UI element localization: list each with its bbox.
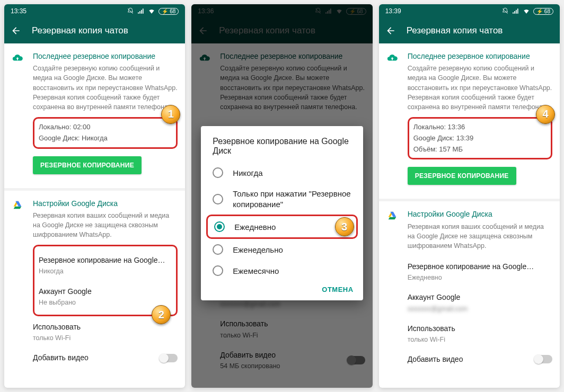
info-gdrive: Google Диск: 13:39 bbox=[413, 133, 547, 144]
screen-3: 13:39 ⚡ 68 Резервная копия чатов Последн… bbox=[379, 4, 560, 388]
appbar: Резервная копия чатов bbox=[379, 18, 560, 43]
screen-2: 13:36 ⚡ 68 Резервная копия чатов Последн… bbox=[191, 4, 372, 388]
page-title: Резервная копия чатов bbox=[407, 25, 503, 36]
option-tap-only[interactable]: Только при нажатии "Резервное копировани… bbox=[201, 183, 363, 215]
battery-pill: ⚡ 68 bbox=[158, 8, 179, 15]
dialog-title: Резервное копирование на Google Диск bbox=[201, 137, 363, 162]
last-backup-title: Последнее резервное копирование bbox=[33, 51, 178, 61]
radio-icon bbox=[213, 167, 223, 178]
option-weekly[interactable]: Еженедельно bbox=[201, 239, 363, 260]
clock: 13:39 bbox=[385, 7, 401, 15]
page-title: Резервная копия чатов bbox=[32, 25, 128, 36]
highlight-2: Резервное копирование на Google… Никогда… bbox=[33, 245, 178, 316]
back-icon[interactable] bbox=[385, 25, 396, 36]
backup-frequency-dialog: Резервное копирование на Google Диск Ник… bbox=[201, 126, 363, 300]
statusbar: 13:39 ⚡ 68 bbox=[379, 4, 560, 18]
backup-button[interactable]: РЕЗЕРВНОЕ КОПИРОВАНИЕ bbox=[33, 156, 142, 174]
radio-icon bbox=[213, 265, 223, 276]
gdrive-icon bbox=[12, 198, 25, 369]
status-icons: ⚡ 68 bbox=[501, 7, 553, 15]
option-never[interactable]: Никогда bbox=[201, 162, 363, 183]
backup-to-google-item[interactable]: Резервное копирование на Google… Ежеднев… bbox=[408, 256, 552, 287]
cloud-upload-icon bbox=[12, 51, 25, 182]
cancel-button[interactable]: ОТМЕНА bbox=[322, 286, 353, 293]
add-video-item[interactable]: Добавить видео bbox=[408, 349, 552, 370]
account-value-blurred: xxxxxxx@gmail.com bbox=[408, 304, 552, 314]
info-size: Объём: 157 МБ bbox=[413, 144, 547, 155]
mute-icon bbox=[501, 7, 509, 15]
highlight-3: Ежедневно 3 bbox=[206, 215, 357, 239]
video-switch[interactable] bbox=[534, 355, 552, 363]
gdrive-settings-title: Настройки Google Диска bbox=[33, 198, 178, 209]
info-local: Локально: 02:00 bbox=[39, 122, 172, 133]
backup-description: Создайте резервную копию сообщений и мед… bbox=[408, 64, 552, 112]
statusbar: 13:35 ⚡ 68 bbox=[4, 4, 185, 18]
info-local: Локально: 13:36 bbox=[413, 122, 547, 133]
callout-3: 3 bbox=[335, 217, 354, 236]
signal-icon bbox=[137, 7, 145, 15]
content: Последнее резервное копирование Создайте… bbox=[379, 43, 560, 388]
content: Последнее резервное копирование Создайте… bbox=[4, 43, 185, 388]
google-account-item[interactable]: Аккаунт Google Не выбрано bbox=[39, 281, 172, 311]
use-network-item[interactable]: Использовать только Wi-Fi bbox=[408, 318, 552, 349]
last-backup-title: Последнее резервное копирование bbox=[408, 51, 552, 61]
clock: 13:35 bbox=[11, 7, 27, 15]
gdrive-description: Резервная копия ваших сообщений и медиа … bbox=[33, 211, 178, 239]
back-icon[interactable] bbox=[11, 25, 21, 36]
highlight-1: 1 Локально: 02:00 Google Диск: Никогда bbox=[33, 117, 178, 149]
backup-description: Создайте резервную копию сообщений и мед… bbox=[33, 64, 178, 112]
gdrive-description: Резервная копия ваших сообщений и медиа … bbox=[408, 222, 552, 251]
video-switch[interactable] bbox=[160, 354, 178, 362]
battery-pill: ⚡ 68 bbox=[533, 8, 553, 15]
radio-icon bbox=[213, 244, 223, 255]
backup-to-google-item[interactable]: Резервное копирование на Google… Никогда bbox=[39, 250, 172, 280]
callout-4: 4 bbox=[536, 105, 555, 124]
gdrive-icon bbox=[386, 209, 400, 370]
backup-button[interactable]: РЕЗЕРВНОЕ КОПИРОВАНИЕ bbox=[408, 167, 516, 185]
cloud-upload-icon bbox=[386, 51, 400, 192]
option-daily[interactable]: Ежедневно bbox=[208, 216, 356, 237]
screen-1: 13:35 ⚡ 68 Резервная копия чатов Последн… bbox=[4, 4, 185, 388]
wifi-icon bbox=[523, 7, 530, 15]
callout-1: 1 bbox=[161, 105, 180, 124]
wifi-icon bbox=[148, 7, 155, 15]
mute-icon bbox=[127, 7, 134, 15]
gdrive-settings-title: Настройки Google Диска bbox=[408, 209, 552, 219]
add-video-item[interactable]: Добавить видео bbox=[33, 347, 178, 368]
appbar: Резервная копия чатов bbox=[4, 18, 185, 43]
signal-icon bbox=[512, 7, 519, 15]
google-account-item[interactable]: Аккаунт Google xxxxxxx@gmail.com bbox=[408, 287, 552, 317]
radio-icon-selected bbox=[214, 221, 225, 232]
option-monthly[interactable]: Ежемесячно bbox=[201, 260, 363, 281]
info-gdrive: Google Диск: Никогда bbox=[39, 133, 172, 144]
status-icons: ⚡ 68 bbox=[127, 7, 179, 15]
radio-icon bbox=[213, 194, 223, 204]
highlight-4: 4 Локально: 13:36 Google Диск: 13:39 Объ… bbox=[408, 117, 552, 159]
